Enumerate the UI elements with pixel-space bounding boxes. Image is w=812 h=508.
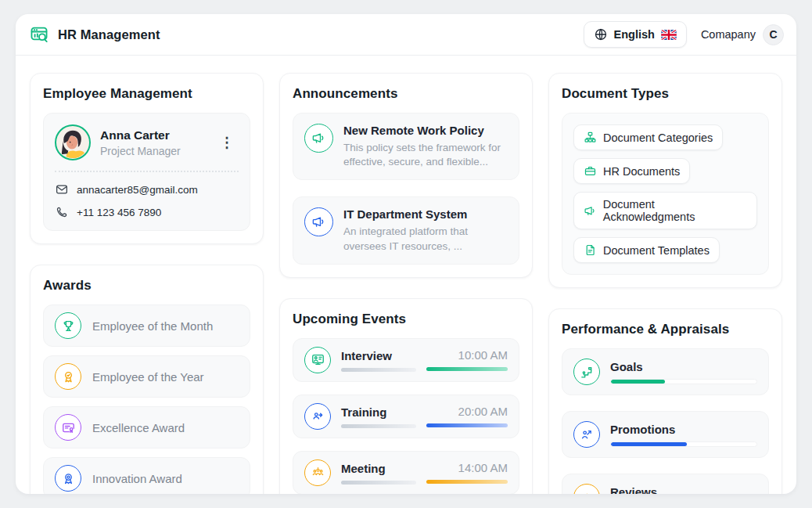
upcoming-events-card: Upcoming Events Interview 10:00 AM [279, 298, 533, 494]
employee-management-card: Employee Management [30, 73, 264, 244]
award-label: Innovation Award [92, 472, 182, 485]
employee-phone-row: +11 123 456 7890 [55, 205, 239, 219]
announcement-item-it-system[interactable]: IT Department System An integrated platf… [293, 196, 519, 264]
employee-management-title: Employee Management [43, 86, 250, 102]
employee-email-row: annacarter85@gmail.com [55, 182, 239, 196]
chip-label: Document Templates [603, 244, 710, 257]
event-track-bar [341, 368, 416, 372]
trophy-icon [55, 312, 81, 339]
column-1: Employee Management [30, 73, 264, 494]
dotted-divider [55, 171, 239, 172]
hr-app-logo-icon [28, 24, 50, 45]
megaphone-icon [584, 204, 597, 218]
awards-card: Awards Employee of the Month Employee of… [30, 265, 264, 494]
event-time: 14:00 AM [426, 461, 508, 474]
uk-flag-icon [661, 30, 677, 40]
app-window: HR Management English Comapany C [16, 14, 796, 494]
award-item-excellence[interactable]: Excellence Award [43, 406, 250, 449]
progress-track [610, 441, 757, 447]
employee-phone: +11 123 456 7890 [77, 207, 161, 218]
performance-label: Goals [610, 360, 757, 373]
employee-role: Project Manager [100, 145, 206, 157]
announcement-item-remote-work[interactable]: New Remote Work Policy This policy sets … [293, 113, 519, 180]
event-label: Meeting [341, 462, 416, 475]
award-label: Excellence Award [92, 421, 185, 434]
event-item-interview[interactable]: Interview 10:00 AM [293, 338, 519, 382]
chip-document-templates[interactable]: Document Templates [573, 237, 720, 263]
announcement-title: IT Department System [343, 207, 508, 221]
sitemap-icon [584, 131, 597, 144]
column-2: Announcements New Remote Work Policy Thi… [279, 73, 533, 494]
column-3: Document Types Document Categories HR Do… [548, 73, 782, 494]
event-item-meeting[interactable]: Meeting 14:00 AM [293, 451, 519, 494]
announcements-title: Announcements [293, 86, 519, 102]
performance-label: Reviews [610, 485, 757, 495]
employee-name: Anna Carter [100, 128, 206, 142]
interview-icon [304, 347, 331, 373]
goals-icon [573, 358, 600, 385]
company-avatar[interactable]: C [763, 24, 784, 45]
mail-icon [55, 182, 69, 196]
meeting-icon [304, 459, 331, 486]
company-menu[interactable]: Comapany C [701, 24, 784, 45]
chip-label: Document Categories [603, 132, 713, 144]
header: HR Management English Comapany C [16, 14, 796, 56]
dashboard-grid: Employee Management [16, 56, 796, 494]
upcoming-events-title: Upcoming Events [293, 312, 519, 327]
event-time: 20:00 AM [426, 405, 508, 418]
training-icon [304, 403, 331, 430]
event-track-bar [341, 481, 416, 485]
megaphone-icon [304, 124, 333, 153]
rosette-icon [55, 465, 81, 492]
performance-item-reviews[interactable]: Reviews [562, 474, 769, 494]
awards-title: Awards [43, 278, 250, 294]
announcement-title: New Remote Work Policy [343, 124, 508, 137]
chip-label: HR Documents [603, 165, 680, 178]
header-brand: HR Management [28, 24, 160, 45]
award-item-employee-of-year[interactable]: Employee of the Year [43, 355, 250, 398]
language-label: English [614, 28, 655, 41]
performance-item-goals[interactable]: Goals [562, 348, 769, 395]
chip-document-acknowledgments[interactable]: Document Acknowledgments [573, 192, 757, 229]
promotions-icon [573, 421, 600, 448]
employee-options-kebab-icon[interactable]: ⋮ [215, 134, 239, 151]
award-item-innovation[interactable]: Innovation Award [43, 457, 250, 494]
event-color-bar [426, 423, 508, 427]
performance-card: Performance & Appraisals Goals Promotion… [548, 308, 782, 494]
globe-icon [594, 27, 608, 41]
language-selector[interactable]: English [584, 21, 687, 48]
chip-label: Document Acknowledgments [603, 198, 747, 223]
file-icon [584, 243, 597, 257]
company-label: Comapany [701, 28, 756, 41]
megaphone-icon [304, 207, 333, 236]
performance-item-promotions[interactable]: Promotions [562, 411, 769, 458]
employee-email: annacarter85@gmail.com [77, 184, 198, 196]
chip-document-categories[interactable]: Document Categories [573, 124, 723, 150]
event-track-bar [341, 424, 416, 428]
document-types-card: Document Types Document Categories HR Do… [548, 73, 782, 288]
performance-title: Performance & Appraisals [562, 322, 769, 337]
award-label: Employee of the Year [92, 370, 204, 384]
event-color-bar [426, 367, 508, 371]
medal-icon [55, 363, 81, 390]
event-item-training[interactable]: Training 20:00 AM [293, 395, 519, 438]
event-label: Interview [341, 349, 416, 362]
announcements-card: Announcements New Remote Work Policy Thi… [279, 73, 533, 278]
chip-hr-documents[interactable]: HR Documents [573, 158, 690, 184]
performance-label: Promotions [610, 423, 757, 436]
announcement-description: This policy sets the framework for effec… [343, 141, 508, 169]
document-types-box: Document Categories HR Documents Documen… [562, 113, 769, 275]
announcement-description: An integrated platform that oversees IT … [343, 225, 508, 253]
progress-fill [611, 380, 665, 384]
header-actions: English Comapany C [584, 21, 785, 48]
event-color-bar [426, 480, 508, 484]
document-types-title: Document Types [562, 86, 769, 102]
page-title: HR Management [58, 27, 160, 42]
briefcase-icon [584, 164, 597, 178]
progress-track [610, 379, 757, 384]
reviews-icon [573, 484, 600, 494]
certificate-icon [55, 414, 81, 441]
event-time: 10:00 AM [426, 348, 508, 362]
award-item-employee-of-month[interactable]: Employee of the Month [43, 304, 250, 347]
event-label: Training [341, 405, 416, 419]
